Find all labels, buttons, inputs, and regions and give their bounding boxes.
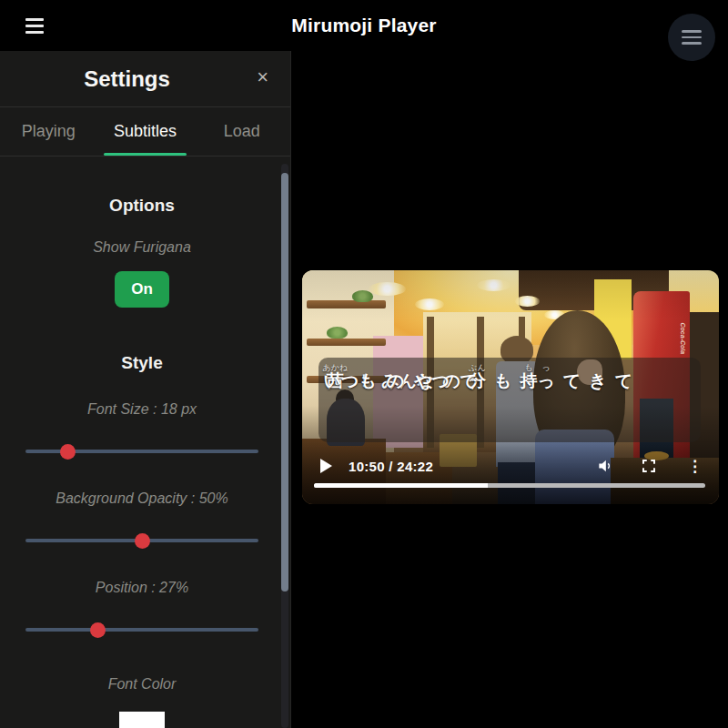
subtitle-word[interactable]: の: [387, 372, 404, 391]
hamburger-icon: [682, 42, 702, 45]
app-title: Mirumoji Player: [0, 15, 728, 36]
panel-scrollbar-thumb[interactable]: [281, 173, 288, 592]
main-stage: Coca-Cola 茜あかね！みんなの分ぶんも持っもってきていつものやつで 10…: [291, 51, 728, 728]
panel-scrollbar[interactable]: [281, 164, 288, 728]
font-color-swatch[interactable]: [119, 712, 165, 728]
font-size-slider[interactable]: [25, 443, 258, 460]
settings-panel-header: Settings ×: [0, 51, 290, 107]
fullscreen-icon[interactable]: [640, 457, 658, 475]
position-label: Position : 27%: [0, 580, 284, 596]
style-heading: Style: [0, 353, 284, 373]
settings-panel: Settings × Playing Subtitles Load Option…: [0, 51, 291, 728]
subtitle-word[interactable]: も: [494, 372, 511, 391]
subtitle-line: 茜あかね！みんなの分ぶんも持っもってきて: [318, 363, 353, 368]
tab-playing[interactable]: Playing: [0, 107, 96, 156]
tab-subtitles[interactable]: Subtitles: [96, 107, 193, 156]
show-furigana-label: Show Furigana: [0, 239, 284, 256]
time-display: 10:50 / 24:22: [349, 459, 433, 474]
subtitle-word[interactable]: やつ: [414, 372, 450, 391]
menu-circle-button[interactable]: [668, 14, 715, 61]
subtitle-word[interactable]: いつも: [324, 372, 377, 391]
play-button[interactable]: [320, 459, 332, 473]
slider-track: [25, 628, 258, 632]
settings-panel-content: Options Show Furigana On Style Font Size…: [0, 157, 284, 728]
video-player[interactable]: Coca-Cola 茜あかね！みんなの分ぶんも持っもってきていつものやつで 10…: [302, 270, 719, 504]
panel-title: Settings: [0, 66, 290, 92]
slider-thumb[interactable]: [90, 622, 106, 638]
position-slider[interactable]: [25, 622, 258, 638]
slider-thumb[interactable]: [60, 444, 76, 460]
top-bar: Mirumoji Player: [0, 0, 728, 51]
settings-tabs: Playing Subtitles Load: [0, 107, 290, 157]
font-size-label: Font Size : 18 px: [0, 401, 284, 418]
subtitle-word[interactable]: て: [615, 372, 632, 391]
furigana-toggle-button[interactable]: On: [115, 271, 169, 308]
hamburger-icon: [682, 30, 702, 33]
subtitle-word[interactable]: て: [563, 372, 581, 391]
subtitle-overlay[interactable]: 茜あかね！みんなの分ぶんも持っもってきていつものやつで: [318, 358, 701, 442]
video-progress-bar[interactable]: [314, 483, 705, 488]
more-options-icon[interactable]: ⋮: [687, 459, 703, 474]
background-opacity-slider[interactable]: [25, 532, 258, 549]
video-controls: 10:50 / 24:22 ⋮: [302, 452, 719, 480]
close-icon[interactable]: ×: [257, 67, 268, 87]
subtitle-line: いつものやつで: [318, 372, 345, 376]
slider-thumb[interactable]: [135, 533, 150, 549]
subtitle-word[interactable]: 持っもっ: [520, 363, 554, 391]
hamburger-icon: [682, 36, 702, 39]
tab-load[interactable]: Load: [194, 107, 290, 156]
video-progress-fill: [314, 483, 488, 488]
subtitle-word[interactable]: で: [460, 372, 477, 391]
background-opacity-label: Background Opacity : 50%: [0, 490, 284, 507]
options-heading: Options: [0, 196, 284, 216]
subtitle-word[interactable]: き: [589, 372, 606, 391]
volume-icon[interactable]: [596, 457, 614, 475]
font-color-label: Font Color: [0, 676, 284, 693]
